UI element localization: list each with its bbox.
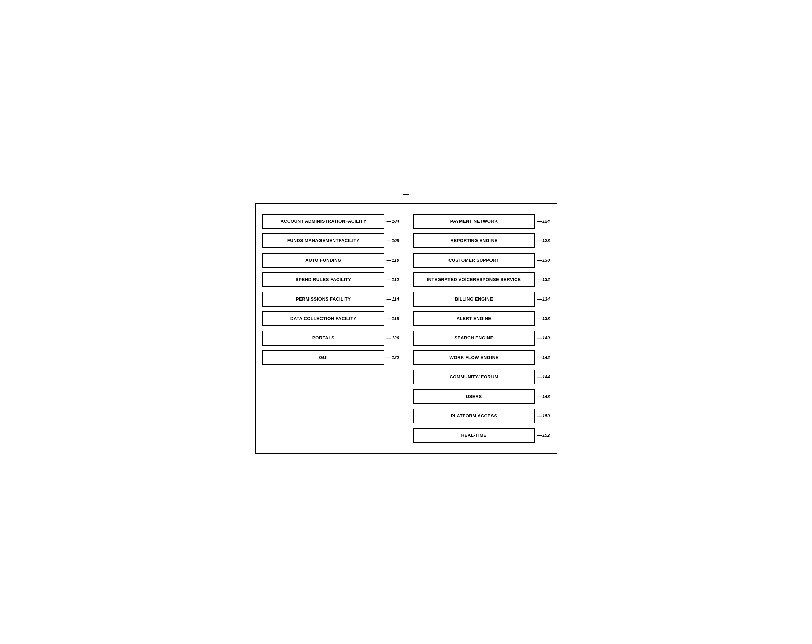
box-ref-label: 104 [386,219,399,224]
component-box: GUI [263,350,385,365]
component-box: COMMUNITY/ FORUM [413,370,535,384]
box-row: INTEGRATED VOICERESPONSE SERVICE132 [413,272,550,287]
component-box: PERMISSIONS FACILITY [263,292,385,306]
component-box: PORTALS [263,331,385,346]
box-row: PAYMENT NETWORK124 [413,214,550,229]
component-box: WORK FLOW ENGINE [413,350,535,365]
box-row: ALERT ENGINE138 [413,311,550,326]
box-row: ACCOUNT ADMINISTRATIONFACILITY104 [263,214,400,229]
box-ref-label: 132 [537,277,549,282]
box-row: COMMUNITY/ FORUM144 [413,370,550,384]
component-box: ALERT ENGINE [413,311,535,326]
box-row: REPORTING ENGINE128 [413,233,550,248]
box-ref-label: 140 [537,335,549,341]
box-row: FUNDS MANAGEMENTFACILITY108 [263,233,400,248]
main-title: — [255,191,557,198]
box-ref-label: 128 [537,238,549,243]
component-box: AUTO FUNDING [263,253,385,268]
box-ref-label: 144 [537,375,549,379]
component-box: PAYMENT NETWORK [413,214,535,229]
component-box: PLATFORM ACCESS [413,409,535,423]
component-box: USERS [413,389,535,404]
component-box: CUSTOMER SUPPORT [413,253,535,268]
box-ref-label: 112 [386,277,399,282]
box-row: AUTO FUNDING110 [263,253,400,268]
component-box: ACCOUNT ADMINISTRATIONFACILITY [263,214,385,229]
box-row: SEARCH ENGINE140 [413,331,550,346]
component-box: REPORTING ENGINE [413,233,535,248]
box-ref-label: 130 [537,257,549,263]
box-row: DATA COLLECTION FACILITY118 [263,311,400,326]
component-box: BILLING ENGINE [413,292,535,306]
box-ref-label: 150 [537,413,549,419]
box-ref-label: 124 [537,219,549,224]
box-ref-label: 110 [386,257,399,263]
box-row: SPEND RULES FACILITY112 [263,272,400,287]
box-row: PLATFORM ACCESS150 [413,409,550,423]
box-ref-label: 122 [386,355,399,360]
left-column: ACCOUNT ADMINISTRATIONFACILITY104FUNDS M… [263,214,400,443]
box-row: REAL-TIME152 [413,428,550,443]
component-box: FUNDS MANAGEMENTFACILITY [263,233,385,248]
box-row: CUSTOMER SUPPORT130 [413,253,550,268]
diagram-border: ACCOUNT ADMINISTRATIONFACILITY104FUNDS M… [255,203,557,454]
box-ref-label: 148 [537,394,549,399]
box-ref-label: 134 [537,297,549,301]
component-box: INTEGRATED VOICERESPONSE SERVICE [413,272,535,287]
component-box: SPEND RULES FACILITY [263,272,385,287]
box-row: PORTALS120 [263,331,400,346]
box-row: WORK FLOW ENGINE142 [413,350,550,365]
box-row: PERMISSIONS FACILITY114 [263,292,400,306]
page-wrapper: — ACCOUNT ADMINISTRATIONFACILITY104FUNDS… [255,191,557,454]
box-row: GUI122 [263,350,400,365]
box-ref-label: 142 [537,355,549,360]
box-row: USERS148 [413,389,550,404]
columns: ACCOUNT ADMINISTRATIONFACILITY104FUNDS M… [263,214,550,443]
right-column: PAYMENT NETWORK124REPORTING ENGINE128CUS… [413,214,550,443]
box-ref-label: 108 [386,238,399,243]
box-ref-label: 120 [386,335,399,341]
component-box: REAL-TIME [413,428,535,443]
box-ref-label: 152 [537,433,549,438]
component-box: DATA COLLECTION FACILITY [263,311,385,326]
box-ref-label: 118 [386,316,399,321]
box-ref-label: 138 [537,316,549,321]
box-ref-label: 114 [386,297,399,301]
component-box: SEARCH ENGINE [413,331,535,346]
box-row: BILLING ENGINE134 [413,292,550,306]
